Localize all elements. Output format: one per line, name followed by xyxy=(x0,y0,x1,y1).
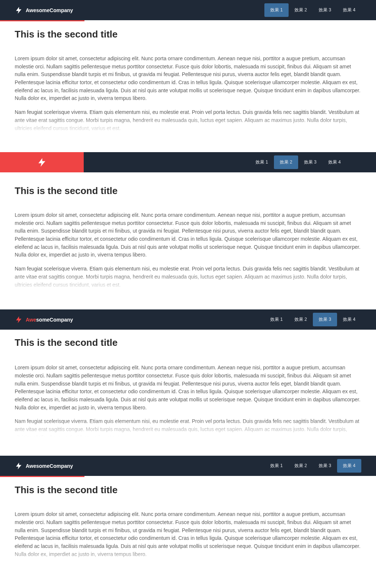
nav-item-3[interactable]: 效果 3 xyxy=(313,459,337,473)
nav-item-1[interactable]: 效果 1 xyxy=(264,459,289,473)
nav-item-3[interactable]: 效果 3 xyxy=(298,155,322,169)
text-body: Lorem ipsum dolor sit amet, consectetur … xyxy=(15,211,361,295)
brand[interactable]: AwesomeCompany xyxy=(15,6,73,14)
bolt-icon xyxy=(15,462,23,470)
navbar-3: AwesomeCompany 效果 1 效果 2 效果 3 效果 4 xyxy=(0,309,376,330)
paragraph-1: Lorem ipsum dolor sit amet, consectetur … xyxy=(15,364,361,412)
brand-name: AwesomeCompany xyxy=(26,317,73,323)
section-title: This is the second title xyxy=(15,484,361,496)
bolt-icon xyxy=(15,6,23,14)
nav-item-2[interactable]: 效果 2 xyxy=(289,3,313,17)
brand-name: AwesomeCompany xyxy=(26,463,73,469)
bolt-icon xyxy=(37,157,47,168)
brand-suffix: someCompany xyxy=(36,317,73,323)
paragraph-2: Nam feugiat scelerisque viverra. Etiam q… xyxy=(15,265,361,289)
nav-list: 效果 1 效果 2 效果 3 效果 4 xyxy=(264,313,361,326)
paragraph-1: Lorem ipsum dolor sit amet, consectetur … xyxy=(15,510,361,558)
content-area-4: This is the second title Lorem ipsum dol… xyxy=(0,477,376,584)
brand[interactable]: AwesomeCompany xyxy=(15,316,73,324)
text-body: Lorem ipsum dolor sit amet, consectetur … xyxy=(15,364,361,441)
nav-item-4[interactable]: 效果 4 xyxy=(337,459,361,473)
navbar-2: 效果 1 效果 2 效果 3 效果 4 xyxy=(0,152,376,172)
nav-item-1[interactable]: 效果 1 xyxy=(264,3,289,17)
logo-block[interactable] xyxy=(0,152,84,172)
brand-prefix: Awe xyxy=(26,317,36,323)
nav-item-2[interactable]: 效果 2 xyxy=(289,459,313,473)
text-body: Lorem ipsum dolor sit amet, consectetur … xyxy=(15,510,361,569)
content-area-3: This is the second title Lorem ipsum dol… xyxy=(0,330,376,456)
content-area-1: This is the second title Lorem ipsum dol… xyxy=(0,21,376,152)
nav-item-2[interactable]: 效果 2 xyxy=(289,313,313,326)
nav-list: 效果 1 效果 2 效果 3 效果 4 xyxy=(264,459,361,473)
nav-item-1[interactable]: 效果 1 xyxy=(250,155,274,169)
nav-list: 效果 1 效果 2 效果 3 效果 4 xyxy=(250,155,361,169)
nav-item-3[interactable]: 效果 3 xyxy=(313,313,337,326)
paragraph-2: Nam feugiat scelerisque viverra. Etiam q… xyxy=(15,417,361,441)
section-title: This is the second title xyxy=(15,185,361,197)
nav-item-4[interactable]: 效果 4 xyxy=(322,155,347,169)
section-title: This is the second title xyxy=(15,29,361,40)
paragraph-2: Nam feugiat scelerisque viverra. Etiam q… xyxy=(15,564,361,569)
paragraph-1: Lorem ipsum dolor sit amet, consectetur … xyxy=(15,55,361,103)
nav-item-2[interactable]: 效果 2 xyxy=(274,155,298,169)
nav-item-4[interactable]: 效果 4 xyxy=(337,313,361,326)
section-title: This is the second title xyxy=(15,337,361,348)
brand[interactable]: AwesomeCompany xyxy=(15,462,73,470)
paragraph-1: Lorem ipsum dolor sit amet, consectetur … xyxy=(15,211,361,259)
paragraph-2: Nam feugiat scelerisque viverra. Etiam q… xyxy=(15,108,361,132)
content-area-2: This is the second title Lorem ipsum dol… xyxy=(0,172,376,309)
text-body: Lorem ipsum dolor sit amet, consectetur … xyxy=(15,55,361,137)
bolt-icon xyxy=(15,316,23,324)
nav-item-1[interactable]: 效果 1 xyxy=(264,313,289,326)
navbar-4: AwesomeCompany 效果 1 效果 2 效果 3 效果 4 xyxy=(0,456,376,476)
navbar-1: AwesomeCompany 效果 1 效果 2 效果 3 效果 4 xyxy=(0,0,376,20)
nav-list: 效果 1 效果 2 效果 3 效果 4 xyxy=(264,3,361,17)
nav-item-4[interactable]: 效果 4 xyxy=(337,3,361,17)
nav-item-3[interactable]: 效果 3 xyxy=(313,3,337,17)
brand-name: AwesomeCompany xyxy=(26,7,73,13)
